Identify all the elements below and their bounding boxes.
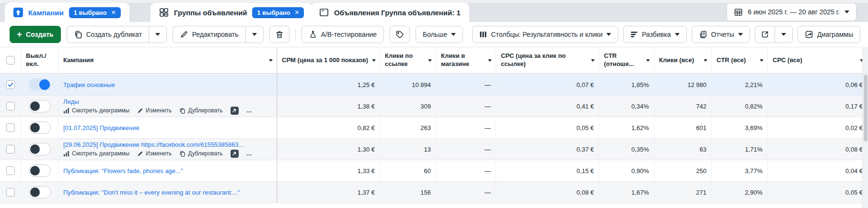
campaign-toggle[interactable] <box>29 100 51 112</box>
tab-campaigns-label: Кампании <box>28 9 64 17</box>
table-row[interactable]: Лиды Смотреть диаграммы Изменить <box>0 96 868 117</box>
vertical-scrollbar[interactable] <box>862 47 868 208</box>
ab-test-button[interactable]: А/В-тестирование <box>301 26 384 43</box>
ads-icon <box>319 8 329 17</box>
table-row[interactable]: Публикация: "Don't miss it – every eveni… <box>0 182 868 203</box>
clear-selection-icon[interactable] <box>294 10 299 15</box>
more-actions-button[interactable]: … <box>246 150 253 157</box>
media-preview-icon[interactable] <box>231 150 239 158</box>
duplicate-action[interactable]: Дублировать <box>179 150 222 157</box>
tag-button[interactable] <box>390 26 410 43</box>
campaign-link[interactable]: Лиды <box>63 98 79 105</box>
pencil-icon <box>137 151 143 157</box>
select-all-cell <box>0 47 21 73</box>
campaign-link[interactable]: Трафик основные <box>63 81 115 88</box>
flask-icon <box>309 30 317 39</box>
campaign-toggle[interactable] <box>29 143 51 155</box>
pencil-icon <box>180 30 188 39</box>
ctr-cell: 1,62% <box>599 117 654 138</box>
ctr-all-cell: 2,90% <box>712 182 768 203</box>
row-checkbox[interactable] <box>6 166 15 175</box>
view-charts-action[interactable]: Смотреть диаграммы <box>63 150 129 157</box>
more-button[interactable]: Больше <box>416 26 463 43</box>
reports-button[interactable]: Отчеты <box>692 26 750 43</box>
edit-label: Редактировать <box>192 31 239 38</box>
breakdown-button[interactable]: Разбивка <box>623 26 686 43</box>
clear-selection-icon[interactable] <box>111 10 116 15</box>
duplicate-dropdown-button[interactable] <box>149 26 167 43</box>
badge-text: 1 выбрано <box>257 9 290 16</box>
table-row[interactable]: Трафик основные 1,25 € 10 894 — 0,07 € 1… <box>0 74 868 96</box>
ctr-all-cell: 3,77% <box>712 160 768 181</box>
columns-label: Столбцы: Результативность и клики <box>491 31 602 38</box>
edit-action[interactable]: Изменить <box>137 107 172 114</box>
cpc-cell: 0,15 € <box>496 160 599 181</box>
edit-action[interactable]: Изменить <box>137 150 172 157</box>
tab-campaigns[interactable]: Кампании 1 выбрано <box>5 3 129 22</box>
row-hover-actions: Смотреть диаграммы Изменить Дублировать <box>63 150 253 158</box>
ctr-cell: 0,34% <box>599 96 654 117</box>
row-checkbox[interactable] <box>6 102 15 110</box>
col-header-store-clicks[interactable]: Клики в магазине <box>436 47 496 73</box>
cpm-cell: 1,30 € <box>277 139 380 160</box>
edit-dropdown-button[interactable] <box>245 26 264 43</box>
cpm-cell: 1,38 € <box>277 96 380 117</box>
campaign-toggle[interactable] <box>29 78 51 91</box>
ads-manager-screen: Кампании 1 выбрано Группы объявлений 1 в… <box>0 0 868 208</box>
tab-ads[interactable]: Объявления Группа объявлений: 1 <box>311 3 469 22</box>
col-header-ctr-all[interactable]: CTR (все) <box>712 47 768 73</box>
row-checkbox[interactable] <box>6 188 15 197</box>
col-header-ctr[interactable]: CTR (отноше... <box>599 47 654 73</box>
row-checkbox[interactable] <box>6 145 15 153</box>
export-button[interactable] <box>755 26 775 43</box>
date-range-picker[interactable]: 6 июн 2025 г. — 20 авг 2025 г. <box>727 3 856 21</box>
delete-button[interactable] <box>269 26 289 43</box>
more-actions-button[interactable]: … <box>246 107 253 114</box>
columns-button[interactable]: Столбцы: Результативность и клики <box>472 26 618 43</box>
date-range-label: 6 июн 2025 г. — 20 авг 2025 г. <box>748 8 840 16</box>
table-header: Выкл./вкл. Кампания CPM (цена за 1 000 п… <box>0 47 868 74</box>
col-header-cpc-all[interactable]: CPC (все) <box>768 47 868 73</box>
campaign-toggle[interactable] <box>29 186 51 198</box>
scrollbar-thumb[interactable] <box>864 75 868 142</box>
campaign-toggle[interactable] <box>29 121 51 134</box>
campaign-link[interactable]: [29.06.2025] Продвижение https://faceboo… <box>63 141 243 148</box>
edit-button[interactable]: Редактировать <box>173 26 245 43</box>
col-header-toggle: Выкл./вкл. <box>21 47 58 73</box>
campaign-link[interactable]: [01.07.2025] Продвижение <box>63 124 139 131</box>
charts-button[interactable]: Диаграммы <box>798 26 860 43</box>
col-header-campaign[interactable]: Кампания <box>58 47 277 73</box>
col-header-link-clicks[interactable]: Клики по ссылке <box>380 47 436 73</box>
col-header-clicks-all[interactable]: Клики (все) <box>654 47 712 73</box>
row-checkbox[interactable] <box>6 123 15 132</box>
duplicate-action[interactable]: Дублировать <box>179 107 222 114</box>
campaigns-selected-badge[interactable]: 1 выбрано <box>69 7 121 18</box>
cpc-all-cell: 0,05 € <box>768 182 868 203</box>
badge-text: 1 выбрано <box>74 9 107 16</box>
action-label: Дублировать <box>188 150 222 157</box>
campaign-link[interactable]: Публикация: "Flowers fade, phones age...… <box>63 167 183 175</box>
create-button[interactable]: + Создать <box>10 26 61 43</box>
media-preview-icon[interactable] <box>231 107 239 115</box>
campaign-link[interactable]: Публикация: "Don't miss it – every eveni… <box>63 189 240 196</box>
table-row[interactable]: [01.07.2025] Продвижение 0,82 € 263 — 0,… <box>0 117 868 139</box>
adsets-selected-badge[interactable]: 1 выбрано <box>252 7 304 18</box>
create-label: Создать <box>26 31 54 38</box>
col-label: Клики (все) <box>659 56 694 65</box>
row-checkbox[interactable] <box>6 80 15 89</box>
duplicate-button[interactable]: Создать дубликат <box>67 26 149 43</box>
view-charts-action[interactable]: Смотреть диаграммы <box>63 107 129 114</box>
ctr-all-cell: 3,69% <box>712 117 768 138</box>
col-header-cpm[interactable]: CPM (цена за 1 000 показов) <box>277 47 380 73</box>
chevron-down-icon <box>155 33 160 36</box>
tab-adsets[interactable]: Группы объявлений 1 выбрано <box>150 3 312 22</box>
select-all-checkbox[interactable] <box>6 56 15 65</box>
table-row[interactable]: [29.06.2025] Продвижение https://faceboo… <box>0 139 868 160</box>
col-header-cpc[interactable]: CPC (цена за клик по ссылке) <box>496 47 599 73</box>
ctr-all-cell: 1,71% <box>712 139 768 160</box>
table-row[interactable]: Публикация: "Flowers fade, phones age...… <box>0 160 868 182</box>
tab-ads-label: Объявления Группа объявлений: 1 <box>334 9 461 17</box>
campaign-toggle[interactable] <box>29 164 51 177</box>
sort-caret-icon <box>704 59 707 62</box>
export-dropdown-button[interactable] <box>775 26 793 43</box>
